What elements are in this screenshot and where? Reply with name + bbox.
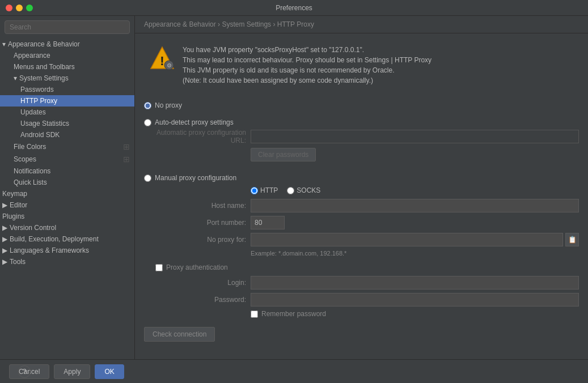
apply-button[interactable]: Apply xyxy=(54,364,90,379)
bottom-bar-wrap: ? Cancel Apply OK xyxy=(9,364,579,379)
sidebar-item-tools[interactable]: ▶ Tools xyxy=(0,256,134,267)
password-row: Password: xyxy=(155,293,579,307)
socks-label: SOCKS xyxy=(297,186,320,194)
sidebar-item-usage-statistics[interactable]: Usage Statistics xyxy=(0,118,134,129)
maximize-button[interactable] xyxy=(26,5,33,11)
sidebar-item-menus-toolbars[interactable]: Menus and Toolbars xyxy=(0,61,134,73)
host-name-label: Host name: xyxy=(155,202,246,210)
manual-proxy-section: HTTP SOCKS Host name: Port xyxy=(155,186,579,318)
sidebar-item-file-colors[interactable]: File Colors ⊞ xyxy=(0,141,134,153)
sidebar-item-appearance[interactable]: Appearance xyxy=(0,50,134,61)
auto-config-label: Automatic proxy configuration URL: xyxy=(155,129,246,144)
window-controls xyxy=(6,5,33,11)
ok-button[interactable]: OK xyxy=(95,364,124,379)
close-button[interactable] xyxy=(6,5,12,11)
sidebar-item-editor[interactable]: ▶ Editor xyxy=(0,199,134,211)
scopes-icon: ⊞ xyxy=(123,155,130,164)
auto-config-row: Automatic proxy configuration URL: xyxy=(155,129,579,144)
clear-passwords-button[interactable]: Clear passwords xyxy=(251,148,316,161)
auto-detect-radio[interactable] xyxy=(144,119,151,126)
manual-proxy-option: Manual proxy configuration HTTP SOCKS xyxy=(144,172,579,318)
manual-proxy-radio-label[interactable]: Manual proxy configuration xyxy=(144,172,579,184)
warning-text: You have JVM property "socksProxyHost" s… xyxy=(183,45,432,86)
sidebar-item-plugins[interactable]: Plugins xyxy=(0,211,134,222)
sidebar-item-version-control[interactable]: ▶ Version Control xyxy=(0,222,134,233)
remember-password-label: Remember password xyxy=(261,310,326,318)
search-input[interactable] xyxy=(5,20,130,34)
file-colors-icon: ⊞ xyxy=(123,142,130,151)
sidebar-item-notifications[interactable]: Notifications xyxy=(0,165,134,177)
remember-password-checkbox[interactable] xyxy=(251,310,258,318)
check-connection-button[interactable]: Check connection xyxy=(144,327,215,342)
host-name-row: Host name: xyxy=(155,199,579,212)
warning-icon: ! ⚙ xyxy=(149,45,176,72)
title-bar: Preferences xyxy=(0,0,588,16)
breadcrumb: Appearance & Behavior › System Settings … xyxy=(135,16,588,33)
http-label: HTTP xyxy=(260,186,278,194)
socks-protocol-radio[interactable] xyxy=(287,187,294,194)
no-proxy-radio-label[interactable]: No proxy xyxy=(144,99,579,112)
no-proxy-for-row: No proxy for: 📋 xyxy=(155,233,579,246)
auto-config-section: Automatic proxy configuration URL: Clear… xyxy=(155,129,579,167)
sidebar-item-scopes[interactable]: Scopes ⊞ xyxy=(0,153,134,165)
sidebar-item-languages-frameworks[interactable]: ▶ Languages & Frameworks xyxy=(0,245,134,256)
protocol-row: HTTP SOCKS xyxy=(251,186,579,194)
arrow-icon: ▾ xyxy=(14,74,17,82)
sidebar-item-build-execution[interactable]: ▶ Build, Execution, Deployment xyxy=(0,233,134,245)
arrow-icon: ▶ xyxy=(2,258,7,266)
main-layout: ▾ Appearance & Behavior Appearance Menus… xyxy=(0,16,588,359)
http-protocol-label[interactable]: HTTP xyxy=(251,186,278,194)
help-button[interactable]: ? xyxy=(18,365,31,378)
no-proxy-for-browse-button[interactable]: 📋 xyxy=(565,233,579,246)
content-inner: ! ⚙ You have JVM property "socksProxyHos… xyxy=(135,33,588,359)
no-proxy-for-wrap: 📋 xyxy=(251,233,579,246)
auto-detect-label: Auto-detect proxy settings xyxy=(155,118,234,126)
example-text: Example: *.domain.com, 192.168.* xyxy=(251,250,579,257)
socks-protocol-label[interactable]: SOCKS xyxy=(287,186,320,194)
login-input[interactable] xyxy=(251,276,579,290)
no-proxy-option: No proxy xyxy=(144,99,579,112)
sidebar-item-keymap[interactable]: Keymap xyxy=(0,188,134,199)
password-input[interactable] xyxy=(251,293,579,307)
no-proxy-for-input[interactable] xyxy=(251,233,563,246)
no-proxy-radio[interactable] xyxy=(144,102,151,109)
sidebar-item-http-proxy[interactable]: HTTP Proxy xyxy=(0,95,134,107)
proxy-auth-checkbox[interactable] xyxy=(155,264,163,271)
manual-proxy-radio[interactable] xyxy=(144,175,151,182)
sidebar-item-quick-lists[interactable]: Quick Lists xyxy=(0,177,134,188)
svg-text:⚙: ⚙ xyxy=(167,62,172,69)
port-number-row: Port number: xyxy=(155,216,579,229)
manual-proxy-label: Manual proxy configuration xyxy=(155,174,236,182)
http-protocol-radio[interactable] xyxy=(251,187,258,194)
arrow-icon: ▶ xyxy=(2,235,7,243)
auto-detect-radio-label[interactable]: Auto-detect proxy settings xyxy=(144,116,579,129)
arrow-icon: ▶ xyxy=(2,224,7,232)
sidebar-item-appearance-behavior[interactable]: ▾ Appearance & Behavior xyxy=(0,39,134,50)
arrow-icon: ▶ xyxy=(2,201,7,209)
login-label: Login: xyxy=(155,279,246,287)
host-name-input[interactable] xyxy=(251,199,579,212)
content-area: Appearance & Behavior › System Settings … xyxy=(135,16,588,359)
arrow-icon: ▾ xyxy=(2,40,6,48)
sidebar-item-updates[interactable]: Updates xyxy=(0,107,134,118)
password-label: Password: xyxy=(155,296,246,304)
port-number-input[interactable] xyxy=(251,216,285,229)
auto-config-input[interactable] xyxy=(251,130,579,143)
sidebar-item-android-sdk[interactable]: Android SDK xyxy=(0,129,134,141)
sidebar-item-system-settings[interactable]: ▾ System Settings xyxy=(0,73,134,84)
window-title: Preferences xyxy=(276,4,312,12)
browse-icon: 📋 xyxy=(568,236,577,244)
no-proxy-for-label: No proxy for: xyxy=(155,236,246,244)
login-row: Login: xyxy=(155,276,579,290)
minimize-button[interactable] xyxy=(16,5,23,11)
remember-password-row: Remember password xyxy=(251,310,579,318)
svg-text:!: ! xyxy=(160,54,164,68)
arrow-icon: ▶ xyxy=(2,246,7,254)
warning-box: ! ⚙ You have JVM property "socksProxyHos… xyxy=(144,40,579,90)
port-number-label: Port number: xyxy=(155,219,246,227)
sidebar-item-passwords[interactable]: Passwords xyxy=(0,84,134,95)
sidebar: ▾ Appearance & Behavior Appearance Menus… xyxy=(0,16,135,359)
auto-detect-option: Auto-detect proxy settings Automatic pro… xyxy=(144,116,579,167)
proxy-auth-row: Proxy authentication xyxy=(155,263,579,271)
proxy-auth-label: Proxy authentication xyxy=(166,263,228,271)
